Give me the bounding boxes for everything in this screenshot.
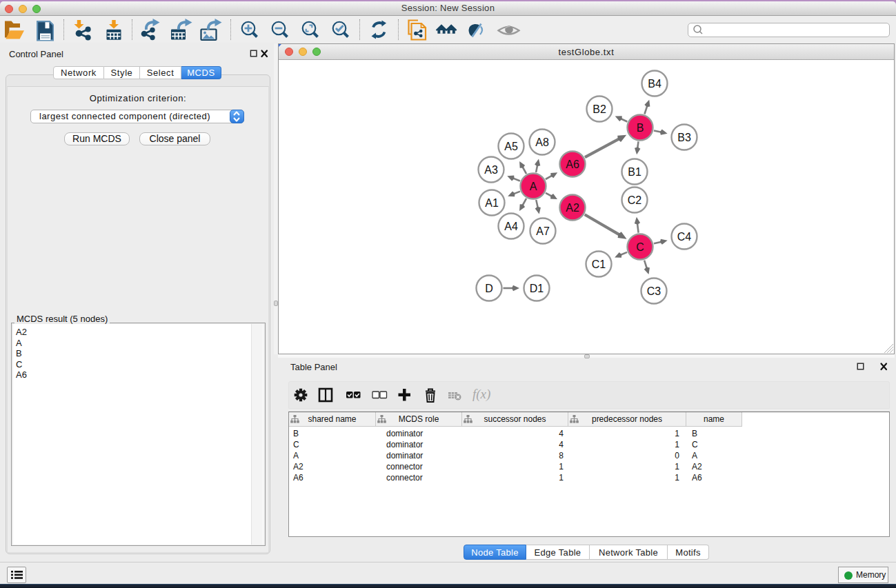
svg-text:B3: B3 xyxy=(677,132,691,143)
svg-text:A: A xyxy=(530,181,537,192)
svg-text:A3: A3 xyxy=(484,164,498,176)
svg-text:C4: C4 xyxy=(677,231,692,243)
svg-text:A8: A8 xyxy=(535,136,549,148)
svg-text:C3: C3 xyxy=(647,285,661,297)
svg-text:A4: A4 xyxy=(504,221,518,232)
svg-text:D: D xyxy=(485,283,493,294)
svg-text:A6: A6 xyxy=(566,159,579,170)
svg-text:D1: D1 xyxy=(530,283,544,294)
svg-text:B4: B4 xyxy=(648,78,661,90)
svg-text:B1: B1 xyxy=(628,166,641,178)
svg-text:A5: A5 xyxy=(504,141,518,152)
svg-text:C: C xyxy=(636,241,644,253)
svg-text:C2: C2 xyxy=(628,194,642,206)
svg-text:B2: B2 xyxy=(593,103,606,115)
svg-text:A7: A7 xyxy=(536,225,550,237)
svg-text:C1: C1 xyxy=(592,258,606,270)
svg-text:A2: A2 xyxy=(566,202,579,214)
svg-text:A1: A1 xyxy=(485,197,499,209)
svg-text:B: B xyxy=(637,122,644,134)
